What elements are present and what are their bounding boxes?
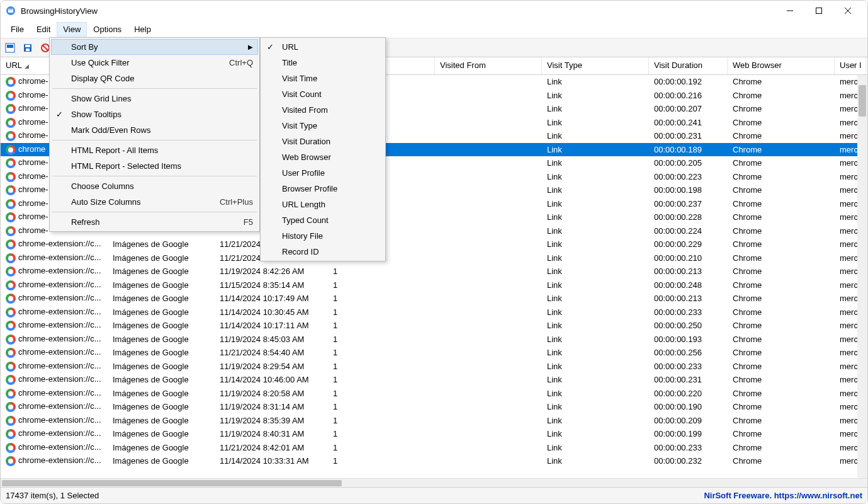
menu-edit[interactable]: Edit <box>30 22 57 37</box>
menu-bar: File Edit View Options Help <box>1 21 867 38</box>
column-visit-duration[interactable]: Visit Duration <box>649 57 728 74</box>
sort-history-file[interactable]: History File <box>262 228 384 244</box>
column-user[interactable]: User I <box>835 57 866 74</box>
menu-view[interactable]: View <box>57 22 87 37</box>
sort-web-browser[interactable]: Web Browser <box>262 149 384 165</box>
menu-separator <box>52 176 257 176</box>
chrome-icon <box>6 307 16 318</box>
table-row[interactable]: chrome-extension://c...Imágenes de Googl… <box>1 427 867 441</box>
chrome-icon <box>6 199 16 209</box>
column-visit-type[interactable]: Visit Type <box>542 57 649 74</box>
minimize-button[interactable] <box>775 1 804 20</box>
chrome-icon <box>6 362 16 372</box>
maximize-button[interactable] <box>804 1 833 20</box>
status-bar: 17437 item(s), 1 Selected NirSoft Freewa… <box>1 487 867 503</box>
table-row[interactable]: chrome-extension://c...Imágenes de Googl… <box>1 441 867 455</box>
table-row[interactable]: chrome-extension://c...Imágenes de Googl… <box>1 278 867 292</box>
table-row[interactable]: chrome-extension://c...Imágenes de Googl… <box>1 333 867 346</box>
sort-visit-count[interactable]: Visit Count <box>262 86 384 102</box>
chrome-icon <box>6 321 16 331</box>
close-button[interactable] <box>833 1 862 20</box>
view-display-qr[interactable]: Display QR Code <box>51 71 258 86</box>
view-dropdown: Sort By▶ Use Quick FilterCtrl+Q Display … <box>49 37 260 232</box>
menu-separator <box>52 212 257 212</box>
view-mark-odd-even[interactable]: Mark Odd/Even Rows <box>51 122 258 138</box>
menu-help[interactable]: Help <box>128 22 157 37</box>
view-choose-columns[interactable]: Choose Columns <box>51 178 258 194</box>
sort-visit-type[interactable]: Visit Type <box>262 118 384 134</box>
menu-options[interactable]: Options <box>87 22 128 37</box>
window-title: BrowsingHistoryView <box>21 6 775 16</box>
table-row[interactable]: chrome-extension://c...Imágenes de Googl… <box>1 373 867 387</box>
view-show-grid-lines[interactable]: Show Grid Lines <box>51 91 258 106</box>
svg-rect-4 <box>816 8 822 14</box>
svg-rect-2 <box>9 9 13 10</box>
sort-visited-from[interactable]: Visited From <box>262 102 384 118</box>
table-row[interactable]: chrome-extension://c...Imágenes de Googl… <box>1 360 867 374</box>
chrome-icon <box>6 416 16 426</box>
view-sort-by[interactable]: Sort By▶ <box>51 39 258 55</box>
chrome-icon <box>6 266 16 277</box>
chrome-icon <box>6 429 16 439</box>
view-show-tooltips[interactable]: ✓Show Tooltips <box>51 106 258 122</box>
view-auto-size-columns[interactable]: Auto Size ColumnsCtrl+Plus <box>51 194 258 210</box>
view-html-selected[interactable]: HTML Report - Selected Items <box>51 158 258 174</box>
svg-rect-11 <box>26 49 30 51</box>
sort-url-length[interactable]: URL Length <box>262 197 384 212</box>
sort-visit-duration[interactable]: Visit Duration <box>262 134 384 149</box>
sort-indicator-icon: ◢ <box>25 63 29 69</box>
column-visited-from[interactable]: Visited From <box>435 57 542 74</box>
table-row[interactable]: chrome-extension://c...Imágenes de Googl… <box>1 292 867 306</box>
table-row[interactable]: chrome-extension://c...Imágenes de Googl… <box>1 238 867 251</box>
table-row[interactable]: chrome-extension://c...Imágenes de Googl… <box>1 346 867 360</box>
table-row[interactable]: chrome-extension://c...Imágenes de Googl… <box>1 319 867 333</box>
column-web-browser[interactable]: Web Browser <box>728 57 835 74</box>
chrome-icon <box>6 348 16 358</box>
table-row[interactable]: chrome-extension://c...Imágenes de Googl… <box>1 265 867 278</box>
sort-by-dropdown: ✓URL Title Visit Time Visit Count Visite… <box>260 37 386 261</box>
table-row[interactable]: chrome-extension://c...Imágenes de Googl… <box>1 306 867 319</box>
menu-file[interactable]: File <box>4 22 30 37</box>
vertical-scrollbar-thumb[interactable] <box>859 85 866 117</box>
horizontal-scrollbar[interactable] <box>1 478 867 487</box>
check-icon: ✓ <box>267 42 274 52</box>
horizontal-scrollbar-thumb[interactable] <box>2 480 342 486</box>
chrome-icon <box>6 77 16 87</box>
chrome-icon <box>6 375 16 385</box>
chrome-icon <box>6 443 16 453</box>
chrome-icon <box>6 104 16 114</box>
chrome-icon <box>6 91 16 101</box>
check-icon: ✓ <box>56 110 63 119</box>
view-html-all[interactable]: HTML Report - All Items <box>51 142 258 158</box>
table-row[interactable]: chrome-extension://c...Imágenes de Googl… <box>1 400 867 414</box>
table-row[interactable]: chrome-extension://c...Imágenes de Googl… <box>1 251 867 265</box>
toolbar-save-icon[interactable] <box>3 41 17 55</box>
submenu-arrow-icon: ▶ <box>248 43 253 50</box>
chrome-icon <box>6 212 16 222</box>
sort-title[interactable]: Title <box>262 55 384 71</box>
chrome-icon <box>6 402 16 412</box>
sort-typed-count[interactable]: Typed Count <box>262 212 384 228</box>
chrome-icon <box>6 172 16 182</box>
chrome-icon <box>6 335 16 345</box>
view-refresh[interactable]: RefreshF5 <box>51 214 258 230</box>
status-right: NirSoft Freeware. https://www.nirsoft.ne… <box>704 491 862 500</box>
chrome-icon <box>6 389 16 399</box>
toolbar-disk-icon[interactable] <box>21 41 35 55</box>
svg-rect-1 <box>8 9 13 13</box>
table-row[interactable]: chrome-extension://c...Imágenes de Googl… <box>1 387 867 401</box>
sort-record-id[interactable]: Record ID <box>262 244 384 260</box>
table-row[interactable]: chrome-extension://c...Imágenes de Googl… <box>1 454 867 468</box>
view-use-quick-filter[interactable]: Use Quick FilterCtrl+Q <box>51 55 258 71</box>
vertical-scrollbar[interactable] <box>857 75 867 478</box>
sort-browser-profile[interactable]: Browser Profile <box>262 181 384 197</box>
sort-url[interactable]: ✓URL <box>262 39 384 55</box>
sort-user-profile[interactable]: User Profile <box>262 165 384 181</box>
sort-visit-time[interactable]: Visit Time <box>262 71 384 86</box>
chrome-icon <box>6 253 16 263</box>
chrome-icon <box>6 294 16 304</box>
chrome-icon <box>6 239 16 249</box>
chrome-icon <box>6 131 16 141</box>
table-row[interactable]: chrome-extension://c...Imágenes de Googl… <box>1 414 867 428</box>
chrome-icon <box>6 145 16 155</box>
